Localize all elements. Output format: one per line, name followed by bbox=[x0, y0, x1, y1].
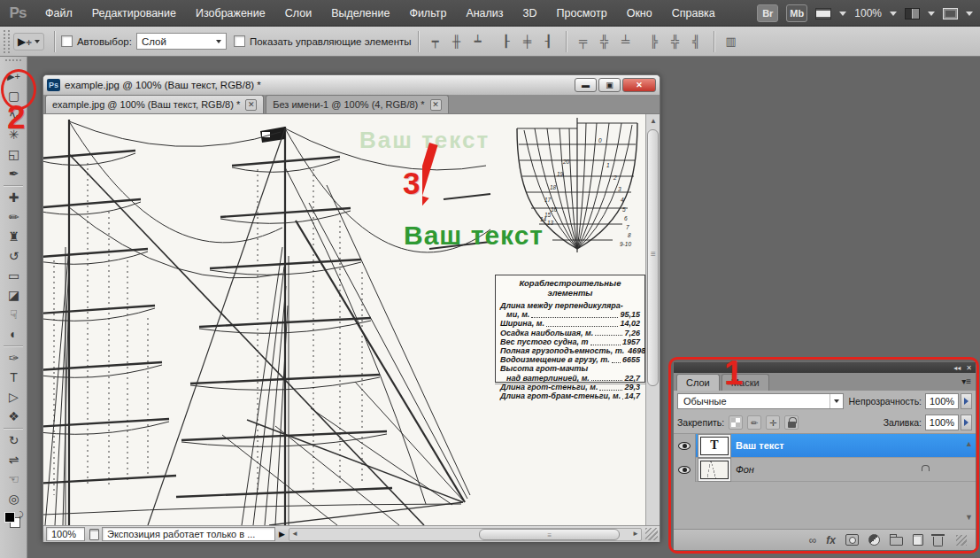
type-tool-icon[interactable]: T bbox=[0, 368, 27, 387]
healing-brush-tool-icon[interactable]: ✚ bbox=[0, 188, 27, 207]
brush-tool-icon[interactable]: ✏ bbox=[0, 207, 27, 227]
lock-position-icon[interactable]: ✛ bbox=[766, 415, 780, 430]
layer-style-icon[interactable]: fx bbox=[826, 534, 836, 546]
document-info-icon[interactable] bbox=[89, 529, 99, 540]
zoom-tool-icon[interactable]: ◎ bbox=[0, 489, 27, 508]
menu-item[interactable]: Файл bbox=[35, 0, 82, 27]
fill-field[interactable]: 100% bbox=[925, 415, 959, 430]
scroll-left-icon[interactable]: ◄ bbox=[291, 530, 298, 538]
visibility-cell[interactable] bbox=[674, 458, 696, 482]
lock-transparency-icon[interactable] bbox=[729, 415, 743, 430]
distribute-left-edges[interactable]: ╠ bbox=[644, 32, 664, 51]
align-bottom-edges[interactable]: ┷ bbox=[468, 32, 488, 51]
menu-item[interactable]: Окно bbox=[617, 0, 662, 27]
window-resize-grip[interactable] bbox=[645, 528, 658, 540]
visibility-cell[interactable] bbox=[674, 434, 696, 458]
bridge-button[interactable]: Br bbox=[757, 4, 778, 22]
layer-row-text[interactable]: T Ваш текст bbox=[674, 434, 976, 458]
distribute-top-edges[interactable]: ╤ bbox=[574, 32, 593, 51]
opacity-slider-icon[interactable] bbox=[961, 393, 972, 409]
arrange-documents-icon[interactable] bbox=[905, 8, 920, 19]
list-scroll-down-icon[interactable]: ▼ bbox=[965, 513, 973, 522]
options-grip[interactable] bbox=[4, 30, 10, 53]
align-left-edges[interactable]: ┠ bbox=[497, 32, 516, 51]
3d-rotate-tool-icon[interactable]: ↻ bbox=[0, 430, 27, 450]
smudge-tool-icon[interactable]: ☟ bbox=[0, 305, 27, 324]
crop-tool-icon[interactable]: ◱ bbox=[0, 144, 27, 164]
pen-tool-icon[interactable]: ✑ bbox=[0, 348, 27, 368]
opacity-field[interactable]: 100% bbox=[925, 393, 959, 409]
screen-mode-dropdown-arrow-icon[interactable] bbox=[966, 12, 973, 16]
document-tab-example[interactable]: example.jpg @ 100% (Ваш текст, RGB/8) * … bbox=[45, 95, 264, 113]
link-layers-icon[interactable]: ∞ bbox=[809, 534, 817, 546]
layer-row-background[interactable]: Фон bbox=[674, 458, 976, 482]
status-flyout-arrow-icon[interactable]: ▶ bbox=[279, 530, 285, 539]
list-scroll-up-icon[interactable]: ▲ bbox=[965, 439, 973, 448]
canvas[interactable]: 20191817161514130123456789-10 Ваш текст … bbox=[43, 114, 645, 525]
autoselect-target-select[interactable]: Слой bbox=[136, 33, 227, 50]
close-panel-icon[interactable]: ✕ bbox=[966, 364, 972, 372]
blend-mode-select[interactable]: Обычные bbox=[677, 393, 844, 409]
app-zoom-level[interactable]: 100% bbox=[854, 7, 882, 19]
text-layer-thumbnail[interactable]: T bbox=[700, 437, 729, 455]
foreground-color-swatch[interactable] bbox=[4, 512, 15, 523]
panel-resize-grip[interactable] bbox=[956, 535, 967, 546]
show-transform-controls-checkbox[interactable] bbox=[234, 35, 245, 47]
dodge-tool-icon[interactable]: ◐ bbox=[0, 324, 27, 344]
move-tool-icon[interactable]: ▶+ bbox=[0, 66, 27, 86]
scroll-right-icon[interactable]: ► bbox=[632, 530, 639, 538]
delete-layer-icon[interactable] bbox=[933, 533, 943, 546]
menu-item[interactable]: Выделение bbox=[321, 0, 399, 27]
color-swatches[interactable]: ⤸ bbox=[0, 510, 27, 533]
align-right-edges[interactable]: ┨ bbox=[539, 32, 559, 51]
history-brush-tool-icon[interactable]: ↺ bbox=[0, 246, 27, 266]
menu-item[interactable]: Справка bbox=[662, 0, 725, 27]
screen-mode-icon[interactable] bbox=[943, 8, 958, 19]
zoom-dropdown-arrow-icon[interactable] bbox=[890, 12, 897, 16]
menu-item[interactable]: Анализ bbox=[456, 0, 513, 27]
menu-item[interactable]: 3D bbox=[513, 0, 547, 27]
fill-slider-icon[interactable] bbox=[961, 415, 972, 430]
menu-item[interactable]: Фильтр bbox=[399, 0, 456, 27]
new-group-icon[interactable] bbox=[890, 534, 903, 546]
layer-name[interactable]: Фон bbox=[736, 464, 754, 475]
menu-item[interactable]: Редактирование bbox=[82, 0, 186, 27]
document-tab-untitled[interactable]: Без имени-1 @ 100% (4, RGB/8) * ✕ bbox=[266, 95, 448, 113]
adjustment-layer-icon[interactable] bbox=[868, 534, 880, 546]
align-horizontal-centers[interactable]: ╪ bbox=[518, 32, 537, 51]
swap-colors-icon[interactable]: ⤸ bbox=[19, 510, 23, 520]
hand-tool-icon[interactable]: ☜ bbox=[0, 469, 27, 489]
distribute-bottom-edges[interactable]: ╧ bbox=[616, 32, 636, 51]
add-layer-mask-icon[interactable] bbox=[845, 534, 859, 546]
distribute-horizontal-centers[interactable]: ╬ bbox=[666, 32, 685, 51]
tab-close-icon[interactable]: ✕ bbox=[245, 99, 257, 111]
gradient-tool-icon[interactable]: ◪ bbox=[0, 285, 27, 305]
lock-all-icon[interactable] bbox=[784, 415, 799, 430]
distribute-right-edges[interactable]: ╣ bbox=[687, 32, 706, 51]
vertical-scroll-thumb[interactable] bbox=[647, 129, 659, 386]
3d-orbit-tool-icon[interactable]: ⇌ bbox=[0, 450, 27, 469]
menu-item[interactable]: Просмотр bbox=[547, 0, 617, 27]
autoselect-checkbox[interactable] bbox=[61, 35, 73, 47]
custom-shape-tool-icon[interactable]: ❖ bbox=[0, 407, 27, 426]
align-top-edges[interactable]: ┯ bbox=[426, 32, 445, 51]
close-button[interactable]: ✕ bbox=[622, 78, 656, 92]
eyedropper-tool-icon[interactable]: ✒ bbox=[0, 164, 27, 183]
menu-item[interactable]: Слои bbox=[275, 0, 321, 27]
layer-name[interactable]: Ваш текст bbox=[736, 440, 784, 451]
toolbar-grip[interactable] bbox=[5, 59, 21, 65]
vertical-scrollbar[interactable]: ▲ bbox=[645, 114, 660, 525]
background-layer-thumbnail[interactable] bbox=[700, 461, 729, 479]
path-selection-tool-icon[interactable]: ▷ bbox=[0, 387, 27, 407]
restore-button[interactable]: ▣ bbox=[598, 78, 621, 92]
guides-icon[interactable] bbox=[815, 8, 831, 19]
horizontal-scrollbar[interactable]: ◄ ≡ ► bbox=[289, 528, 642, 541]
eraser-tool-icon[interactable]: ▭ bbox=[0, 266, 27, 285]
guides-dropdown-arrow-icon[interactable] bbox=[839, 12, 846, 16]
panel-menu-icon[interactable]: ▾≡ bbox=[961, 376, 971, 386]
distribute-vertical-centers[interactable]: ╬ bbox=[595, 32, 614, 51]
menu-item[interactable]: Изображение bbox=[186, 0, 275, 27]
collapse-panel-icon[interactable]: ◂◂ bbox=[953, 364, 961, 372]
scroll-up-icon[interactable]: ▲ bbox=[646, 114, 660, 128]
tab-close-icon[interactable]: ✕ bbox=[430, 99, 442, 111]
